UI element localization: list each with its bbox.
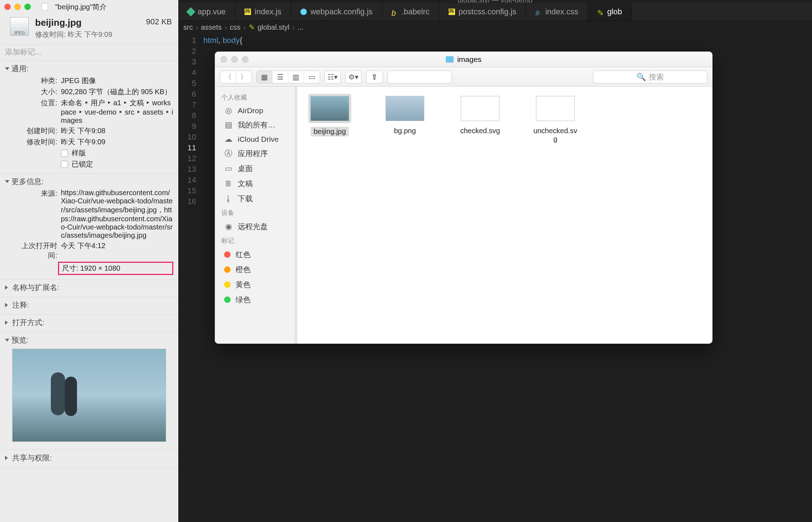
last-open-label: 上次打开时间: <box>18 241 57 260</box>
view-gallery-button[interactable]: ▭ <box>304 71 320 83</box>
tab-postcss-config[interactable]: JSpostcss.config.js <box>439 3 526 20</box>
view-list-button[interactable]: ☰ <box>272 71 288 83</box>
section-more-info-title: 更多信息: <box>11 177 44 187</box>
webpack-icon <box>300 9 307 15</box>
action-button[interactable]: ⚙▾ <box>345 71 361 83</box>
view-icon-button[interactable]: ▦ <box>257 71 272 83</box>
sidebar-item-allmy[interactable]: ▤我的所有… <box>215 117 297 132</box>
section-sharing-title: 共享与权限: <box>12 453 52 463</box>
file-item-label: beijing.jpg <box>311 127 349 136</box>
section-sharing-toggle[interactable]: 共享与权限: <box>5 453 173 463</box>
zoom-icon[interactable] <box>242 56 248 63</box>
minimize-icon[interactable] <box>14 4 21 10</box>
tab-label: postcss.config.js <box>459 7 516 16</box>
zoom-icon[interactable] <box>24 4 31 10</box>
folder-icon <box>446 56 454 63</box>
sidebar-item-apps[interactable]: Ⓐ应用程序 <box>215 146 297 161</box>
sidebar-tag-red[interactable]: 红色 <box>215 247 297 262</box>
minimize-icon[interactable] <box>231 56 238 63</box>
view-column-button[interactable]: ▥ <box>288 71 304 83</box>
where-label: 位置: <box>18 98 57 125</box>
dimensions-label: 尺寸: <box>62 264 78 272</box>
section-general-title: 通用: <box>11 64 29 74</box>
tab-index-js[interactable]: JSindex.js <box>235 3 291 20</box>
finder-toolbar: 〈 〉 ▦ ☰ ▥ ▭ ☷▾ ⚙▾ ⇪ 🔍搜索 <box>215 67 712 87</box>
tab-global-styl[interactable]: ✎glob <box>588 3 632 20</box>
crumb[interactable]: css <box>230 23 241 32</box>
locked-checkbox[interactable] <box>61 161 68 168</box>
file-item-label: bg.png <box>394 127 416 135</box>
sidebar-item-downloads[interactable]: ⭳下载 <box>215 191 297 206</box>
file-item-beijing[interactable]: beijing.jpg <box>306 94 353 136</box>
back-button[interactable]: 〈 <box>220 71 236 83</box>
disclosure-triangle-icon <box>5 180 9 183</box>
section-more-info-toggle[interactable]: 更多信息: <box>5 177 173 187</box>
modified-label: 修改时间: <box>18 137 57 147</box>
tab-label: .babelrc <box>402 7 430 16</box>
crumb[interactable]: src <box>183 23 193 32</box>
section-sharing: 共享与权限: <box>0 450 178 468</box>
sidebar-item-airdrop[interactable]: ◎AirDrop <box>215 104 297 117</box>
tab-index-css[interactable]: #index.css <box>526 3 588 20</box>
size-label: 大小: <box>18 87 57 97</box>
section-general-toggle[interactable]: 通用: <box>5 64 173 74</box>
sidebar-item-remotedisc[interactable]: ◉远程光盘 <box>215 219 297 234</box>
file-item-label: unchecked.svg <box>532 127 579 143</box>
crumb[interactable]: assets <box>201 23 222 32</box>
close-icon[interactable] <box>4 4 11 10</box>
section-preview-toggle[interactable]: 预览: <box>5 335 173 345</box>
sidebar-item-label: iCloud Drive <box>238 135 279 144</box>
js-icon: JS <box>245 9 251 15</box>
section-comments-title: 注释: <box>12 300 29 310</box>
sidebar-item-icloud[interactable]: ☁iCloud Drive <box>215 132 297 146</box>
file-item-bg[interactable]: bg.png <box>382 94 428 135</box>
finder-titlebar[interactable]: images <box>215 52 712 67</box>
finder-content[interactable]: beijing.jpg bg.png checked.svg unchecked… <box>297 87 712 344</box>
file-thumbnail-icon: JPEG <box>10 17 29 36</box>
sidebar-item-docs[interactable]: 🗎文稿 <box>215 176 297 191</box>
forward-button[interactable]: 〉 <box>236 71 252 83</box>
sidebar-item-label: 黄色 <box>236 280 251 290</box>
info-titlebar[interactable]: "beijing.jpg"简介 <box>0 0 178 14</box>
search-icon: 🔍 <box>637 73 646 81</box>
disclosure-triangle-icon <box>5 67 9 70</box>
sidebar-tag-yellow[interactable]: 黄色 <box>215 277 297 292</box>
tags-button[interactable] <box>387 71 452 83</box>
file-item-checked[interactable]: checked.svg <box>457 94 503 135</box>
section-comments: 注释: <box>0 297 178 315</box>
created-label: 创建时间: <box>18 126 57 136</box>
section-comments-toggle[interactable]: 注释: <box>5 300 173 310</box>
section-open-with-toggle[interactable]: 打开方式: <box>5 318 173 328</box>
file-item-unchecked[interactable]: unchecked.svg <box>532 94 579 143</box>
documents-icon: 🗎 <box>224 179 233 188</box>
sidebar-tag-green[interactable]: 绿色 <box>215 292 297 307</box>
dimensions-value: 1920 × 1080 <box>80 264 120 272</box>
tab-webpack-config[interactable]: webpack.config.js <box>291 3 382 20</box>
share-button[interactable]: ⇪ <box>366 71 383 83</box>
search-input[interactable]: 🔍搜索 <box>593 71 707 83</box>
allmyfiles-icon: ▤ <box>224 121 233 129</box>
disc-icon: ◉ <box>224 222 233 231</box>
action-group: ⚙▾ <box>345 71 362 83</box>
close-icon[interactable] <box>221 56 227 63</box>
tag-dot-icon <box>224 251 231 258</box>
kind-value: JPEG 图像 <box>61 76 173 86</box>
section-name-ext-title: 名称与扩展名: <box>12 282 59 293</box>
sidebar-item-label: 远程光盘 <box>238 222 268 232</box>
sidebar-tag-orange[interactable]: 橙色 <box>215 262 297 277</box>
sidebar-item-label: 橙色 <box>236 265 251 275</box>
tab-app-vue[interactable]: app.vue <box>178 3 235 20</box>
share-icon: ⇪ <box>371 73 378 81</box>
section-name-ext-toggle[interactable]: 名称与扩展名: <box>5 282 173 293</box>
arrange-button[interactable]: ☷▾ <box>325 71 340 83</box>
sidebar-item-desktop[interactable]: ▭桌面 <box>215 161 297 176</box>
crumb[interactable]: global.styl <box>258 23 290 32</box>
breadcrumb[interactable]: src› assets› css› ✎global.styl› ... <box>178 21 812 34</box>
tab-babelrc[interactable]: b.babelrc <box>382 3 439 20</box>
sidebar-head-favorites: 个人收藏 <box>215 91 297 104</box>
finder-title-text: images <box>457 55 482 64</box>
stationery-checkbox[interactable] <box>61 150 68 157</box>
section-preview-title: 预览: <box>11 335 29 345</box>
tags-field[interactable]: 添加标记... <box>0 44 178 61</box>
created-value: 昨天 下午9:08 <box>61 126 173 136</box>
